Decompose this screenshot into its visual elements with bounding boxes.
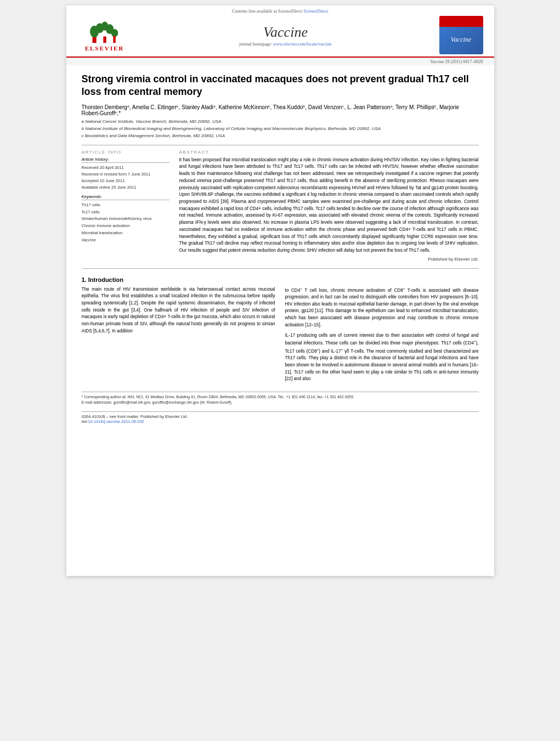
doi-line-1: 0264-410X/$ – see front matter. Publishe… bbox=[82, 414, 479, 419]
divider-1 bbox=[82, 145, 479, 145]
svg-rect-6 bbox=[103, 36, 106, 43]
doi-line-2: doi:10.1016/j.vaccine.2011.06.032 bbox=[82, 419, 479, 424]
article-info-abstract-section: ARTICLE INFO Article history: Received 2… bbox=[82, 150, 479, 262]
corresponding-text: * Corresponding author at: NIH, NCI, 41 … bbox=[82, 395, 355, 399]
intro-paragraph-left: The main route of HIV transmission world… bbox=[82, 286, 275, 335]
sciencedirect-bar: Contents lists available at ScienceDirec… bbox=[77, 9, 483, 14]
abstract-label: ABSTRACT bbox=[179, 150, 479, 155]
elsevier-logo: ELSEVIER bbox=[77, 19, 132, 52]
intro-left-col: The main route of HIV transmission world… bbox=[82, 286, 275, 386]
vaccine-logo: Vaccine bbox=[439, 16, 483, 54]
email-text: E-mail addresses: guroffin@mail.nih.gov,… bbox=[82, 400, 233, 404]
right-column: ABSTRACT It has been proposed that micro… bbox=[179, 150, 479, 262]
keyword-3: Simian/human immunodeficiency virus bbox=[82, 216, 169, 223]
left-column: ARTICLE INFO Article history: Received 2… bbox=[82, 150, 169, 262]
doi-section: 0264-410X/$ – see front matter. Publishe… bbox=[82, 411, 479, 424]
revised-date: Received in revised form 7 June 2011 bbox=[82, 171, 169, 178]
intro-text-left: The main route of HIV transmission world… bbox=[82, 286, 275, 335]
journal-title-center: Vaccine journal homepage: www.elsevier.c… bbox=[132, 24, 439, 47]
intro-title: 1. Introduction bbox=[82, 276, 479, 283]
intro-right-col: to CD4+ T cell loss, chronic immune acti… bbox=[285, 286, 479, 386]
email-footnote: E-mail addresses: guroffin@mail.nih.gov,… bbox=[82, 400, 479, 406]
article-history-title: Article history: bbox=[82, 157, 169, 163]
abstract-paragraph: It has been proposed that microbial tran… bbox=[179, 157, 479, 254]
article-page: Contents lists available at ScienceDirec… bbox=[66, 5, 494, 576]
article-history-section: Article history: Received 20 April 2011 … bbox=[82, 157, 169, 191]
article-title: Strong viremia control in vaccinated mac… bbox=[82, 73, 479, 99]
received-date: Received 20 April 2011 bbox=[82, 165, 169, 171]
keywords-title: Keywords: bbox=[82, 194, 169, 200]
available-date: Available online 25 June 2011 bbox=[82, 184, 169, 191]
footnote-section: * Corresponding author at: NIH, NCI, 41 … bbox=[82, 392, 479, 406]
affiliation-b: b National Institute of Biomedical Imagi… bbox=[82, 126, 479, 132]
vaccine-logo-text: Vaccine bbox=[451, 36, 471, 44]
citation-text: Vaccine 29 (2011) 6017–6028 bbox=[430, 59, 483, 64]
elsevier-brand-text: ELSEVIER bbox=[85, 45, 125, 52]
keyword-2: Tc17 cells bbox=[82, 209, 169, 216]
intro-paragraph-right-1: to CD4+ T cell loss, chronic immune acti… bbox=[285, 286, 479, 329]
keyword-6: Vaccine bbox=[82, 237, 169, 244]
svg-rect-7 bbox=[113, 36, 116, 43]
abstract-text: It has been proposed that microbial tran… bbox=[179, 157, 479, 254]
introduction-section: 1. Introduction The main route of HIV tr… bbox=[82, 276, 479, 386]
citation-bar: Vaccine 29 (2011) 6017–6028 bbox=[66, 58, 494, 65]
article-info-label: ARTICLE INFO bbox=[82, 150, 169, 155]
intro-paragraph-right-2: IL-17 producing cells are of current int… bbox=[285, 332, 479, 383]
journal-name: Vaccine bbox=[132, 24, 439, 41]
journal-url-link[interactable]: www.elsevier.com/locate/vaccine bbox=[273, 42, 332, 47]
intro-two-col: The main route of HIV transmission world… bbox=[82, 286, 479, 386]
keyword-1: Th17 cells bbox=[82, 202, 169, 209]
abstract-section: It has been proposed that microbial tran… bbox=[179, 157, 479, 262]
keywords-section: Keywords: Th17 cells Tc17 cells Simian/h… bbox=[82, 194, 169, 244]
article-content: Strong viremia control in vaccinated mac… bbox=[66, 65, 494, 432]
doi-label: doi: bbox=[82, 419, 88, 424]
doi-link[interactable]: 10.1016/j.vaccine.2011.06.032 bbox=[88, 419, 144, 424]
affiliation-a: a National Cancer Institute, Vaccine Bra… bbox=[82, 118, 479, 125]
journal-header-main: ELSEVIER Vaccine journal homepage: www.e… bbox=[77, 16, 483, 54]
sciencedirect-link[interactable]: ScienceDirect bbox=[303, 9, 328, 14]
intro-text-right: to CD4+ T cell loss, chronic immune acti… bbox=[285, 286, 479, 383]
divider-2 bbox=[82, 268, 479, 269]
journal-header: Contents lists available at ScienceDirec… bbox=[66, 5, 494, 58]
elsevier-tree-icon bbox=[88, 19, 121, 44]
accepted-date: Accepted 10 June 2011 bbox=[82, 178, 169, 184]
keyword-5: Microbial translocation bbox=[82, 230, 169, 237]
published-by: Published by Elsevier Ltd. bbox=[179, 257, 479, 262]
svg-point-5 bbox=[111, 29, 118, 37]
affiliations: a National Cancer Institute, Vaccine Bra… bbox=[82, 118, 479, 139]
keywords-list: Th17 cells Tc17 cells Simian/human immun… bbox=[82, 202, 169, 244]
sciencedirect-text: Contents lists available at ScienceDirec… bbox=[232, 9, 303, 14]
keyword-4: Chronic immune activation bbox=[82, 223, 169, 230]
authors-line: Thorsten Dembergᵃ, Amelia C. Ettingerᵃ, … bbox=[82, 104, 479, 116]
affiliation-c: c Biostatistics and Data Management Sect… bbox=[82, 133, 479, 139]
journal-url: journal homepage: www.elsevier.com/locat… bbox=[132, 42, 439, 47]
corresponding-footnote: * Corresponding author at: NIH, NCI, 41 … bbox=[82, 394, 479, 400]
